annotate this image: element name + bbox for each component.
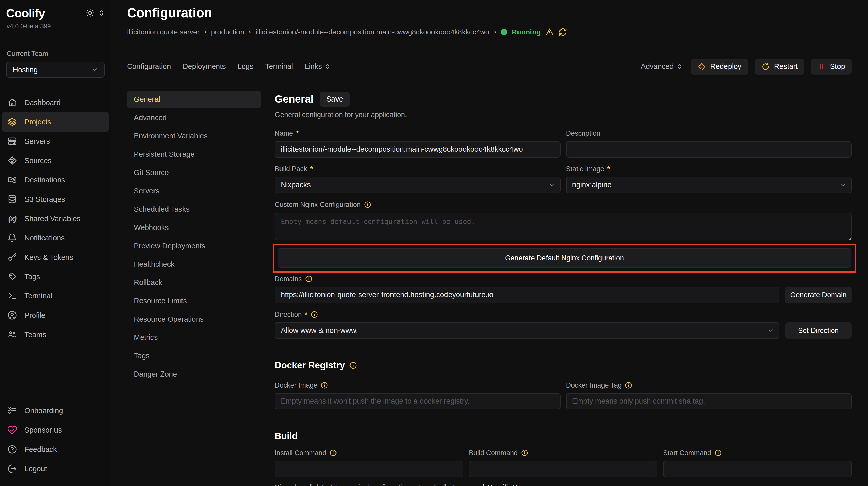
sidebar: Coolify v4.0.0-beta.399 Current Team Hos… [0, 0, 111, 486]
subnav-preview-deployments[interactable]: Preview Deployments [127, 238, 261, 254]
subnav-advanced[interactable]: Advanced [127, 110, 261, 126]
subnav-resource-operations[interactable]: Resource Operations [127, 311, 261, 327]
info-icon[interactable] [625, 381, 632, 389]
save-button[interactable]: Save [320, 92, 350, 107]
help-circle-icon [7, 444, 17, 454]
name-label: Name [275, 130, 293, 137]
direction-select[interactable]: Allow www & non-www. [275, 322, 779, 339]
generate-domain-button[interactable]: Generate Domain [785, 287, 852, 303]
sidebar-item-teams[interactable]: Teams [2, 325, 109, 344]
current-team-label: Current Team [0, 30, 111, 58]
main-panel: Configuration illicitonion quote server … [111, 0, 868, 486]
refresh-icon[interactable] [558, 28, 567, 36]
subnav-scheduled-tasks[interactable]: Scheduled Tasks [127, 201, 261, 218]
docker-image-tag-input[interactable] [566, 393, 852, 410]
subnav-metrics[interactable]: Metrics [127, 329, 261, 346]
start-command-input[interactable] [663, 461, 852, 477]
config-subnav: General Advanced Environment Variables P… [127, 91, 261, 486]
tab-logs[interactable]: Logs [238, 62, 253, 71]
sidebar-item-sources[interactable]: Sources [2, 151, 109, 170]
install-command-input[interactable] [275, 461, 463, 477]
subnav-webhooks[interactable]: Webhooks [127, 220, 261, 236]
subnav-general[interactable]: General [127, 91, 261, 108]
tab-deployments[interactable]: Deployments [183, 62, 226, 71]
build-command-input[interactable] [469, 461, 657, 477]
static-image-select[interactable]: nginx:alpine [566, 177, 852, 193]
info-icon[interactable] [311, 311, 318, 318]
info-icon[interactable] [305, 275, 313, 283]
name-input[interactable] [275, 141, 560, 158]
stop-label: Stop [830, 62, 845, 71]
sidebar-item-label: Dashboard [25, 98, 61, 107]
page-title: Configuration [127, 6, 852, 21]
sidebar-item-s3-storages[interactable]: S3 Storages [2, 190, 109, 209]
subnav-git-source[interactable]: Git Source [127, 165, 261, 181]
breadcrumb-application[interactable]: illicitestonion/-module--decomposition:m… [255, 28, 489, 36]
sidebar-item-label: Profile [25, 311, 45, 320]
info-icon[interactable] [349, 361, 357, 369]
sidebar-item-label: Servers [25, 137, 50, 145]
sidebar-item-onboarding[interactable]: Onboarding [2, 401, 109, 420]
info-icon[interactable] [320, 381, 328, 389]
subnav-servers[interactable]: Servers [127, 183, 261, 199]
subnav-resource-limits[interactable]: Resource Limits [127, 293, 261, 309]
tab-links-label: Links [305, 62, 322, 71]
restart-icon [761, 62, 770, 71]
subnav-persistent-storage[interactable]: Persistent Storage [127, 146, 261, 163]
general-form: General Save General configuration for y… [275, 91, 852, 486]
subnav-tags[interactable]: Tags [127, 348, 261, 364]
set-direction-button[interactable]: Set Direction [785, 322, 852, 339]
sidebar-item-profile[interactable]: Profile [2, 305, 109, 325]
breadcrumb-project[interactable]: illicitonion quote server [127, 28, 199, 36]
stop-button[interactable]: Stop [811, 59, 852, 74]
sidebar-item-shared-variables[interactable]: (x) Shared Variables [2, 209, 109, 228]
sidebar-item-logout[interactable]: Logout [2, 459, 109, 478]
subnav-healthcheck[interactable]: Healthcheck [127, 256, 261, 272]
sidebar-item-dashboard[interactable]: Dashboard [2, 93, 109, 112]
tab-configuration[interactable]: Configuration [127, 62, 171, 71]
subnav-environment-variables[interactable]: Environment Variables [127, 128, 261, 144]
redeploy-button[interactable]: Redeploy [691, 59, 748, 74]
sidebar-item-projects[interactable]: Projects [2, 112, 109, 132]
sidebar-item-destinations[interactable]: Destinations [2, 170, 109, 190]
breadcrumb-environment[interactable]: production [211, 28, 244, 36]
description-input[interactable] [566, 141, 852, 158]
nixpacks-note: Nixpacks will detect the required config… [275, 483, 852, 486]
info-icon[interactable] [714, 449, 722, 457]
build-pack-select[interactable]: Nixpacks [275, 177, 560, 193]
domains-input[interactable] [275, 287, 779, 303]
key-icon [7, 252, 17, 262]
status-dot [501, 29, 507, 35]
framework-docs-link[interactable]: Framework Specific Docs [453, 483, 528, 486]
generate-nginx-button[interactable]: Generate Default Nginx Configuration [278, 248, 851, 268]
restart-label: Restart [774, 62, 798, 71]
info-icon[interactable] [330, 449, 337, 457]
info-icon[interactable] [521, 449, 528, 457]
tab-links[interactable]: Links [305, 62, 331, 71]
sidebar-item-tags[interactable]: Tags [2, 267, 109, 286]
info-icon[interactable] [364, 201, 371, 208]
theme-toggle-button[interactable] [86, 9, 94, 18]
docker-image-input[interactable] [275, 393, 560, 410]
subnav-rollback[interactable]: Rollback [127, 274, 261, 291]
tab-terminal[interactable]: Terminal [265, 62, 293, 71]
nginx-config-textarea[interactable] [275, 213, 852, 240]
sidebar-item-feedback[interactable]: Feedback [2, 440, 109, 459]
team-select[interactable]: Hosting [6, 62, 104, 77]
docker-image-tag-label: Docker Image Tag [566, 381, 622, 389]
advanced-dropdown[interactable]: Advanced [639, 62, 684, 71]
sidebar-item-terminal[interactable]: Terminal [2, 286, 109, 305]
chevron-down-icon [767, 327, 774, 334]
users-icon [7, 329, 17, 340]
up-down-chevron-icon [324, 64, 331, 70]
theme-select-chevrons[interactable] [98, 10, 104, 17]
sidebar-item-servers[interactable]: Servers [2, 132, 109, 151]
sidebar-item-keys-tokens[interactable]: Keys & Tokens [2, 248, 109, 267]
restart-button[interactable]: Restart [755, 59, 804, 74]
subnav-danger-zone[interactable]: Danger Zone [127, 366, 261, 383]
sidebar-item-notifications[interactable]: Notifications [2, 228, 109, 248]
shared-variables-icon: (x) [7, 214, 17, 224]
install-command-label: Install Command [275, 449, 326, 457]
sidebar-item-sponsor[interactable]: Sponsor us [2, 420, 109, 440]
app-logo: Coolify [6, 7, 45, 19]
